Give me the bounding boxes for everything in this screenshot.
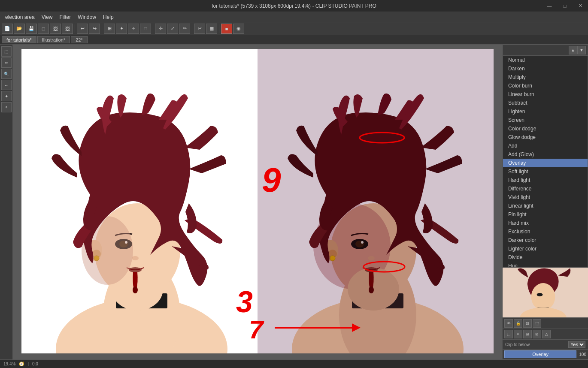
layer-controls-row: Overlay 100 [503,350,588,359]
tool-color1[interactable]: ■ [221,24,232,34]
tool-move[interactable]: ✛ [155,24,166,34]
panel-icon-lock[interactable]: 🔒 [514,319,522,328]
svg-point-41 [531,283,555,311]
tool-lasso2[interactable]: ⌗ [140,24,151,34]
maximize-button[interactable]: □ [557,0,573,12]
panel-icon-2-1[interactable]: ⬚ [504,330,513,338]
tool-color2[interactable]: ◉ [233,24,244,34]
toolbar-sep-1 [75,24,75,33]
panel-icons-row: 👁 🔒 ⊡ ⬚ [503,318,588,329]
panel-icon-2-5[interactable]: △ [542,330,551,338]
tool-img1[interactable]: 🖼 [50,24,61,34]
tool-undo[interactable]: ↩ [77,24,88,34]
svg-point-43 [537,293,543,296]
settings-label: Clip to below [505,342,530,347]
panel-icon-2-4[interactable]: ⊠ [533,330,541,338]
tool-lasso[interactable]: ⌖ [128,24,139,34]
tool-redo[interactable]: ↪ [89,24,100,34]
tool-open[interactable]: 📂 [14,24,25,34]
tool-save[interactable]: 💾 [26,24,37,34]
left-panel: ⬚ ✏ 🔍 ↔ ✦ ⌖ [0,45,13,359]
blend-item-overlay[interactable]: Overlay [503,159,588,167]
panel-icon-eye[interactable]: 👁 [504,319,513,328]
tool-box[interactable]: □ [38,24,49,34]
svg-point-15 [133,287,138,293]
blend-item-screen[interactable]: Screen [503,116,588,124]
blend-item-color-dodge[interactable]: Color dodge [503,124,588,133]
tool-pen[interactable]: ✏ [179,24,190,34]
blend-item-linear-burn[interactable]: Linear burn [503,90,588,99]
blend-item-pin-light[interactable]: Pin light [503,210,588,219]
tool-magic-wand[interactable]: ✦ [116,24,127,34]
canvas-content: 9 3 7 [13,45,502,359]
blend-item-hard-mix[interactable]: Hard mix [503,219,588,227]
left-tool-2[interactable]: ✏ [1,57,12,68]
blend-item-lighter-color[interactable]: Lighter color [503,244,588,253]
settings-row: Clip to below Yes No [503,340,588,350]
panel-icon-mask[interactable]: ⬚ [533,319,541,328]
layer-blend-mode-selector[interactable]: Overlay [504,350,576,358]
blend-item-hard-light[interactable]: Hard light [503,176,588,184]
tool-move2[interactable]: ⤢ [167,24,178,34]
panel-icon-options[interactable]: ▼ [577,46,586,54]
tab-22deg[interactable]: 22° [71,36,88,43]
svg-point-14 [129,267,142,272]
canvas-wrapper: 9 3 7 [21,49,494,353]
blend-item-color-burn[interactable]: Color burn [503,81,588,90]
menu-filter[interactable]: Filter [56,13,75,21]
status-coords: 0:0 [32,362,38,366]
tool-fill[interactable]: ▦ [206,24,217,34]
panel-icon-scroll-up[interactable]: ▲ [569,46,577,54]
menu-view[interactable]: View [38,13,56,21]
blend-item-darken[interactable]: Darken [503,64,588,73]
minimize-button[interactable]: — [542,0,557,12]
blend-item-normal[interactable]: Normal [503,56,588,64]
left-tool-1[interactable]: ⬚ [1,46,12,57]
menu-selection-area[interactable]: election area [2,13,38,21]
close-button[interactable]: ✕ [573,0,588,12]
blend-item-difference[interactable]: Difference [503,184,588,193]
blend-item-vivid-light[interactable]: Vivid light [503,193,588,202]
clip-below-select[interactable]: Yes No [568,341,585,348]
panel-icon-ref[interactable]: ⊡ [523,319,532,328]
toolbar: 📄 📂 💾 □ 🖼 🖼 ↩ ↪ ⊞ ✦ ⌖ ⌗ ✛ ⤢ ✏ ✂ ▦ ■ ◉ [0,22,588,35]
panel-icon-2-3[interactable]: ⊞ [523,330,532,338]
tool-select-all[interactable]: ⊞ [104,24,115,34]
window-title: for tutorials* (5739 x 3108px 600dpi 19.… [212,3,376,9]
blend-item-glow-dodge[interactable]: Glow dodge [503,133,588,142]
left-tool-6[interactable]: ⌖ [1,102,12,112]
tool-img2[interactable]: 🖼 [62,24,73,34]
left-tool-3[interactable]: 🔍 [1,69,12,79]
menu-window[interactable]: Window [74,13,100,21]
toolbar-sep-3 [153,24,153,33]
tool-new[interactable]: 📄 [2,24,13,34]
title-bar: for tutorials* (5739 x 3108px 600dpi 19.… [0,0,588,12]
canvas-area[interactable]: 9 3 7 [13,45,502,359]
character-left [21,49,258,353]
blend-item-lighten[interactable]: Lighten [503,107,588,116]
blend-mode-dropdown[interactable]: ▲ ▼ NormalDarkenMultiplyColor burnLinear… [503,45,588,268]
layer-thumbnail [503,268,588,318]
blend-item-multiply[interactable]: Multiply [503,73,588,81]
left-tool-5[interactable]: ✦ [1,91,12,101]
blend-item-hue[interactable]: Hue [503,262,588,268]
blend-item-subtract[interactable]: Subtract [503,99,588,107]
opacity-label: 100 [579,352,586,357]
blend-item-darker-color[interactable]: Darker color [503,236,588,244]
blend-item-exclusion[interactable]: Exclusion [503,227,588,236]
panel-icon-2-2[interactable]: ✦ [514,330,522,338]
blend-item-soft-light[interactable]: Soft light [503,167,588,176]
tab-tutorials[interactable]: for tutorials* [2,36,36,43]
toolbar-sep-4 [192,24,192,33]
status-bar: 19.4% 🧭 | 0:0 [0,359,588,368]
tool-crop[interactable]: ✂ [194,24,205,34]
left-tool-4[interactable]: ↔ [1,80,12,90]
blend-item-divide[interactable]: Divide [503,253,588,262]
toolbar-sep-5 [219,24,219,33]
blend-item-linear-light[interactable]: Linear light [503,202,588,210]
blend-item-add[interactable]: Add [503,142,588,150]
panel-icons-row-2: ⬚ ✦ ⊞ ⊠ △ [503,329,588,340]
tab-illustration[interactable]: Illustration* [37,36,70,43]
menu-help[interactable]: Help [100,13,117,21]
blend-item-add-(glow)[interactable]: Add (Glow) [503,150,588,159]
